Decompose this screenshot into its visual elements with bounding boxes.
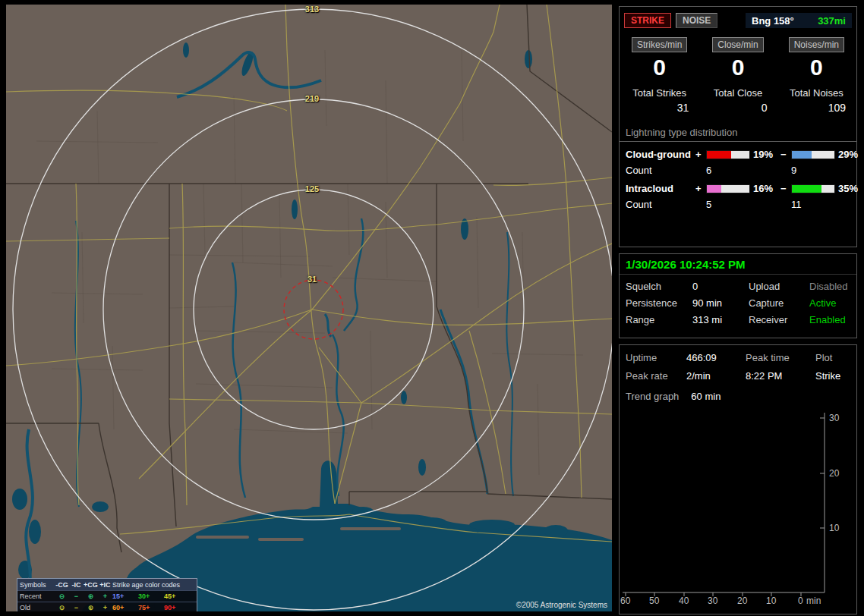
intracloud-label: Intracloud (626, 183, 695, 194)
x-tick-30: 30 (708, 596, 718, 605)
strikes-per-min-value: 0 (624, 55, 695, 80)
receiver-label: Receiver (749, 314, 809, 325)
cg-minus-pct: 29% (835, 149, 859, 160)
trend-graph: 30 20 10 60 50 40 30 20 10 0 min (620, 404, 856, 605)
close-per-min-value: 0 (702, 55, 773, 80)
cg-plus-bar-fill (707, 151, 731, 159)
cg-minus-bar (791, 150, 835, 159)
pos-ic-recent-icon: + (98, 592, 112, 600)
copyright-text: ©2005 Astrogenic Systems (516, 601, 607, 609)
legend-col-pos-cg: +CG (84, 581, 98, 589)
noises-per-min-value: 0 (781, 55, 852, 80)
noises-per-min-chip[interactable]: Noises/min (789, 37, 844, 52)
rate-columns: Strikes/min 0 Total Strikes 31 Close/min… (620, 30, 856, 114)
ic-minus-pct: 35% (835, 183, 859, 194)
x-tick-40: 40 (679, 596, 689, 605)
uptime-label: Uptime (626, 352, 686, 363)
persistence-label: Persistence (626, 297, 692, 309)
minus-sign: − (780, 183, 791, 194)
neg-ic-old-icon: − (69, 604, 84, 611)
strikes-per-min-column: Strikes/min 0 Total Strikes 31 (624, 37, 695, 114)
ic-plus-count: 5 (706, 199, 750, 210)
squelch-value: 0 (692, 281, 749, 292)
x-tick-50: 50 (649, 596, 660, 605)
cloud-ground-count-row: Count 6 9 (620, 160, 856, 176)
x-tick-20: 20 (737, 596, 748, 605)
neg-cg-old-icon: ⊖ (55, 604, 69, 611)
legend-col-pos-ic: +IC (98, 581, 112, 589)
trend-panel: Uptime 466:09 Peak time Plot Peak rate 2… (619, 344, 857, 614)
cg-plus-bar (706, 150, 750, 159)
cg-plus-count: 6 (706, 165, 750, 176)
strikes-per-min-chip[interactable]: Strikes/min (632, 37, 687, 52)
legend-age-header: Strike age color codes (112, 581, 194, 589)
plus-sign: + (695, 149, 706, 160)
rates-panel: STRIKE NOISE Bng 158° 337mi Strikes/min … (619, 6, 857, 247)
trend-graph-value: 60 min (691, 391, 721, 402)
x-tick-10: 10 (766, 596, 777, 605)
cloud-ground-row: Cloud-ground + 19% − 29% (620, 142, 856, 160)
peak-time-value: 8:22 PM (746, 370, 815, 382)
age-45: 45+ (164, 592, 190, 600)
ic-minus-bar (791, 184, 835, 193)
range-ring-label-31: 31 (298, 275, 326, 284)
y-tick-10: 10 (829, 523, 840, 533)
total-strikes-label: Total Strikes (624, 87, 695, 99)
pos-ic-old-icon: + (98, 604, 112, 611)
ic-minus-bar-fill (792, 185, 821, 193)
upload-label: Upload (749, 281, 809, 292)
close-per-min-chip[interactable]: Close/min (712, 37, 763, 52)
capture-label: Capture (749, 297, 809, 309)
noise-button[interactable]: NOISE (676, 13, 717, 28)
legend-col-neg-cg: -CG (55, 581, 69, 589)
age-60: 60+ (112, 604, 138, 611)
total-noises-label: Total Noises (781, 87, 852, 99)
range-value: 313 mi (692, 314, 749, 325)
legend-recent-row: Recent ⊖ − ⊕ + 15+ 30+ 45+ (17, 590, 197, 602)
intracloud-count-row: Count 5 11 (620, 194, 856, 210)
receiver-value: Enabled (809, 314, 850, 325)
ic-plus-bar-fill (707, 185, 721, 193)
age-15: 15+ (112, 592, 138, 600)
plot-label: Plot (815, 352, 850, 363)
total-close-label: Total Close (702, 87, 773, 99)
legend-col-neg-ic: -IC (69, 581, 84, 589)
range-ring-label-219: 219 (298, 94, 326, 103)
side-panel: STRIKE NOISE Bng 158° 337mi Strikes/min … (619, 0, 859, 616)
ic-plus-bar (706, 184, 750, 193)
legend-header-row: Symbols -CG -IC +CG +IC Strike age color… (17, 579, 197, 590)
x-tick-60: 60 (620, 596, 631, 605)
age-30: 30+ (138, 592, 164, 600)
x-tick-0: 0 (798, 596, 803, 605)
minus-sign: − (780, 149, 791, 160)
total-strikes-value: 31 (624, 102, 695, 114)
lightning-map[interactable]: 313 219 125 31 Symbols -CG -IC +CG +IC S… (6, 5, 612, 611)
neg-ic-recent-icon: − (69, 592, 84, 600)
ic-minus-count: 11 (791, 199, 835, 210)
cloud-ground-label: Cloud-ground (626, 149, 695, 160)
strike-button[interactable]: STRIKE (624, 13, 671, 28)
legend-old-row: Old ⊖ − ⊕ + 60+ 75+ 90+ (17, 602, 197, 611)
trend-graph-header: Trend graph 60 min (620, 382, 856, 402)
legend-recent-label: Recent (20, 592, 55, 600)
close-per-min-column: Close/min 0 Total Close 0 (702, 37, 773, 114)
legend-old-label: Old (20, 604, 55, 611)
y-tick-20: 20 (829, 468, 840, 479)
strike-legend: Symbols -CG -IC +CG +IC Strike age color… (17, 578, 197, 611)
stats-grid: Uptime 466:09 Peak time Plot Peak rate 2… (620, 345, 856, 382)
bearing-value: Bng 158° (752, 15, 794, 27)
status-panel: 1/30/2026 10:24:52 PM Squelch 0 Upload D… (619, 253, 857, 338)
bearing-display: Bng 158° 337mi (746, 13, 852, 28)
cg-plus-pct: 19% (750, 149, 780, 160)
mode-toolbar: STRIKE NOISE Bng 158° 337mi (620, 7, 856, 30)
intracloud-row: Intracloud + 16% − 35% (620, 176, 856, 194)
cg-minus-count: 9 (791, 165, 835, 176)
x-axis-unit: min (806, 596, 821, 605)
nexstorm-window: 313 219 125 31 Symbols -CG -IC +CG +IC S… (0, 0, 864, 616)
upload-value: Disabled (809, 281, 850, 292)
capture-value: Active (809, 297, 850, 309)
noises-per-min-column: Noises/min 0 Total Noises 109 (781, 37, 852, 114)
count-label: Count (626, 199, 695, 210)
count-label: Count (626, 165, 695, 176)
range-label: Range (626, 314, 692, 325)
